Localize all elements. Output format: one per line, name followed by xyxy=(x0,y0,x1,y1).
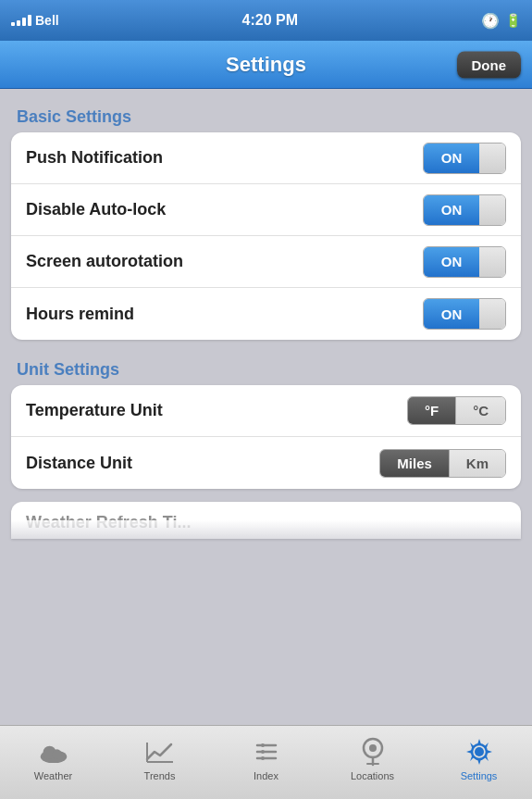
disable-autolock-toggle[interactable]: ON xyxy=(423,194,506,226)
distance-segment: Miles Km xyxy=(379,449,506,478)
unit-settings-card: Temperature Unit °F °C Distance Unit Mil… xyxy=(11,385,521,489)
celsius-button[interactable]: °C xyxy=(456,397,505,424)
tab-index[interactable]: Index xyxy=(213,733,319,781)
trends-icon xyxy=(145,737,175,767)
toggle-off-area xyxy=(479,195,505,225)
svg-point-8 xyxy=(261,743,265,747)
fahrenheit-button[interactable]: °F xyxy=(408,397,455,424)
svg-point-12 xyxy=(369,744,377,752)
svg-point-10 xyxy=(261,756,265,760)
nav-title: Settings xyxy=(226,53,306,77)
toggle-on-label: ON xyxy=(424,144,479,173)
status-left: Bell xyxy=(11,13,59,28)
push-notification-label: Push Notification xyxy=(26,148,163,168)
km-button[interactable]: Km xyxy=(450,450,505,477)
temperature-segment: °F °C xyxy=(407,396,506,425)
svg-point-9 xyxy=(261,750,265,754)
toggle-off-area xyxy=(479,299,505,329)
distance-unit-label: Distance Unit xyxy=(26,454,132,473)
tab-settings[interactable]: Settings xyxy=(426,733,532,781)
toggle-off-area xyxy=(479,144,505,173)
hours-remind-toggle[interactable]: ON xyxy=(423,298,506,330)
index-tab-label: Index xyxy=(254,770,278,781)
index-icon xyxy=(252,737,281,767)
svg-point-2 xyxy=(52,749,62,759)
disable-autolock-row: Disable Auto-lock ON xyxy=(11,184,521,236)
hours-remind-label: Hours remind xyxy=(26,305,134,324)
svg-point-17 xyxy=(476,748,483,755)
carrier-label: Bell xyxy=(35,13,59,28)
disable-autolock-label: Disable Auto-lock xyxy=(26,200,166,219)
screen-autorotation-label: Screen autorotation xyxy=(26,252,183,271)
nav-bar: Settings Done xyxy=(0,41,532,89)
main-content: Basic Settings Push Notification ON Disa… xyxy=(0,89,532,725)
toggle-on-label: ON xyxy=(424,195,479,225)
screen-autorotation-row: Screen autorotation ON xyxy=(11,236,521,288)
tab-bar: Weather Trends Index xyxy=(0,725,532,799)
location-icon xyxy=(358,737,388,767)
toggle-on-label: ON xyxy=(424,299,479,329)
done-button[interactable]: Done xyxy=(457,51,522,78)
settings-tab-label: Settings xyxy=(461,770,498,781)
miles-button[interactable]: Miles xyxy=(380,450,449,477)
tab-trends[interactable]: Trends xyxy=(106,733,213,781)
distance-unit-row: Distance Unit Miles Km xyxy=(11,437,521,489)
toggle-on-label: ON xyxy=(424,247,479,277)
status-right: 🕐 🔋 xyxy=(481,12,521,30)
push-notification-row: Push Notification ON xyxy=(11,132,521,184)
cutoff-text: Weather Refresh Ti... xyxy=(11,502,521,539)
status-time: 4:20 PM xyxy=(242,12,298,29)
unit-settings-header: Unit Settings xyxy=(0,353,532,385)
tab-weather[interactable]: Weather xyxy=(0,733,106,781)
temperature-unit-label: Temperature Unit xyxy=(26,401,163,420)
cloud-icon xyxy=(39,737,68,767)
push-notification-toggle[interactable]: ON xyxy=(423,143,506,174)
trends-tab-label: Trends xyxy=(144,770,176,781)
cutoff-section: Weather Refresh Ti... xyxy=(11,502,521,539)
screen-autorotation-toggle[interactable]: ON xyxy=(423,246,506,278)
battery-icon: 🔋 xyxy=(505,13,521,28)
tab-locations[interactable]: Locations xyxy=(319,733,426,781)
weather-tab-label: Weather xyxy=(34,770,72,781)
temperature-unit-row: Temperature Unit °F °C xyxy=(11,385,521,437)
locations-tab-label: Locations xyxy=(351,770,394,781)
basic-settings-header: Basic Settings xyxy=(0,100,532,132)
status-bar: Bell 4:20 PM 🕐 🔋 xyxy=(0,0,532,41)
basic-settings-card: Push Notification ON Disable Auto-lock O… xyxy=(11,132,521,340)
clock-icon: 🕐 xyxy=(481,12,500,30)
gear-icon xyxy=(464,737,494,767)
signal-icon xyxy=(11,15,31,26)
toggle-off-area xyxy=(479,247,505,277)
hours-remind-row: Hours remind ON xyxy=(11,288,521,340)
